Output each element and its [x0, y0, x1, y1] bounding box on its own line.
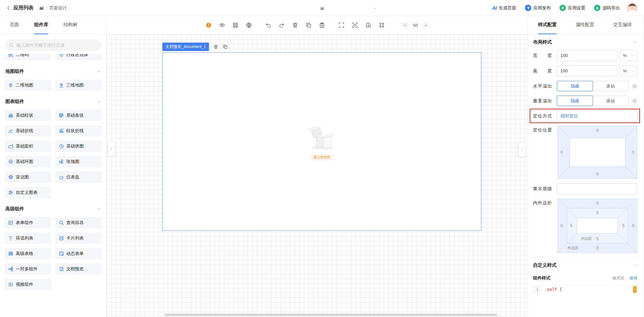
artboard-icon[interactable] — [379, 22, 385, 28]
tab-pages[interactable]: 页面 — [10, 16, 19, 34]
height-input[interactable] — [557, 65, 618, 76]
margin-bottom-value[interactable]: 0 — [596, 246, 599, 251]
save-button[interactable]: 保存 — [629, 275, 637, 281]
delete-icon[interactable] — [213, 44, 218, 49]
height-unit-select[interactable]: % — [620, 65, 637, 76]
component-item-label: 基础面积 — [16, 143, 33, 149]
position-bottom-value[interactable]: 0 — [596, 172, 599, 176]
margin-left-value[interactable]: 0 — [560, 223, 563, 228]
z-index-input[interactable] — [557, 183, 637, 194]
redo-icon[interactable] — [279, 22, 285, 28]
component-item[interactable]: 二维地图 — [5, 80, 51, 91]
component-item[interactable]: 卡片列表 — [55, 232, 102, 244]
save-icon[interactable] — [232, 22, 238, 28]
info-icon[interactable] — [632, 84, 637, 89]
margin-right-value[interactable]: 0 — [632, 223, 634, 228]
margin-top-value[interactable]: 0 — [596, 201, 599, 206]
delete-icon[interactable] — [292, 22, 298, 28]
h-overflow-scroll-option[interactable]: 滚动 — [593, 81, 628, 91]
code-content[interactable]: .self { — [542, 285, 562, 294]
position-box-control[interactable]: 0 0 0 0 — [557, 126, 637, 179]
layout-style-section-header[interactable]: 布局样式 — [533, 35, 637, 50]
back-icon[interactable] — [6, 6, 11, 10]
component-item[interactable]: 二维码 — [5, 54, 51, 60]
doc-preview-component[interactable]: 请上传文件 — [162, 52, 481, 231]
component-item[interactable]: 基础柱状 — [5, 110, 51, 121]
positioning-select[interactable]: 相对定位 — [557, 110, 637, 121]
app-publish-button[interactable]: 应用发布 — [525, 5, 551, 11]
component-item[interactable]: 雷达图 — [5, 171, 51, 183]
export-image-icon[interactable] — [365, 22, 371, 28]
component-item[interactable]: 表单组件 — [5, 217, 51, 228]
preview-icon[interactable] — [219, 22, 225, 28]
upload-file-link[interactable]: 请上传文件 — [311, 154, 333, 160]
component-item[interactable]: 基础面积 — [5, 141, 51, 152]
v-overflow-scroll-option[interactable]: 滚动 — [593, 96, 628, 106]
component-item[interactable]: 自定义图表 — [5, 187, 51, 198]
undo-icon[interactable] — [265, 22, 271, 28]
fullscreen-icon[interactable] — [338, 22, 344, 28]
component-item[interactable]: 行政区选择 — [55, 54, 102, 60]
tab-property-config[interactable]: 属性配置 — [576, 16, 594, 34]
tab-structure-tree[interactable]: 结构树 — [63, 16, 77, 34]
component-item[interactable]: 基础环图 — [5, 156, 51, 167]
component-item[interactable]: 筛选列表 — [5, 232, 51, 244]
component-item[interactable]: 仪表盘 — [55, 171, 102, 183]
code-export-button[interactable]: 源码导出 — [594, 5, 620, 11]
component-item[interactable]: 高级表格 — [5, 248, 51, 259]
section-header[interactable]: 图表组件 — [0, 94, 106, 109]
warning-icon[interactable] — [206, 22, 212, 28]
breadcrumb-app-list[interactable]: 应用列表 — [13, 5, 34, 11]
margin-padding-control[interactable]: 0 0 0 0 5 5 5 5 内边距 外边距 — [557, 199, 637, 253]
copy-icon[interactable] — [223, 44, 228, 49]
component-item[interactable]: 文档预览 — [55, 263, 102, 275]
tab-interaction-config[interactable]: 交互编排 — [613, 16, 632, 34]
collapse-right-panel-button[interactable] — [519, 143, 525, 157]
section-header[interactable]: 地图组件 — [0, 64, 106, 79]
zoom-in-button[interactable]: + — [423, 22, 429, 28]
collapse-left-panel-button[interactable] — [108, 142, 115, 156]
paste-icon[interactable] — [319, 22, 325, 28]
component-item[interactable]: 视频组件 — [5, 279, 51, 290]
horizontal-scrollbar[interactable] — [164, 314, 497, 316]
design-canvas[interactable]: 文档预览_document_1 请上传文件 — [107, 35, 528, 317]
padding-left-value[interactable]: 5 — [570, 223, 573, 228]
css-code-editor[interactable]: 1 .self { — [533, 285, 637, 294]
panel-scrollbar[interactable] — [642, 16, 644, 317]
copy-icon[interactable] — [306, 22, 312, 28]
position-top-value[interactable]: 0 — [596, 128, 599, 133]
avatar[interactable] — [627, 2, 638, 14]
position-left-value[interactable]: 0 — [560, 150, 563, 155]
generate-page-button[interactable]: AI生成页面 — [492, 5, 516, 11]
component-item[interactable]: 一对多组件 — [5, 263, 51, 275]
padding-top-value[interactable]: 5 — [596, 210, 599, 215]
padding-right-value[interactable]: 5 — [622, 223, 625, 228]
component-item[interactable]: 动态表单 — [55, 248, 102, 259]
position-right-value[interactable]: 0 — [632, 150, 634, 155]
component-item[interactable]: 基础折线 — [5, 125, 51, 137]
width-unit-select[interactable]: % — [620, 50, 637, 61]
info-icon[interactable] — [632, 98, 637, 104]
globe-icon[interactable] — [246, 22, 252, 28]
page-selector[interactable]: ai — [265, 3, 379, 13]
section-header[interactable]: 高级组件 — [0, 202, 106, 216]
component-item[interactable]: 基础饼图 — [55, 141, 102, 152]
tab-component-library[interactable]: 组件库 — [34, 16, 48, 34]
app-settings-button[interactable]: 应用设置 — [559, 5, 585, 11]
h-overflow-hide-option[interactable]: 隐藏 — [557, 81, 593, 91]
search-input[interactable] — [16, 43, 98, 48]
component-item[interactable]: 玫瑰图 — [55, 156, 102, 167]
format-button[interactable]: 格式化 — [612, 275, 625, 281]
component-item-label: 视频组件 — [16, 281, 33, 287]
component-item[interactable]: 柱状折线 — [55, 125, 102, 137]
v-overflow-hide-option[interactable]: 隐藏 — [557, 96, 593, 106]
component-item[interactable]: 基础条状 — [55, 110, 102, 121]
custom-style-section-header[interactable]: 自定义样式 — [533, 258, 637, 273]
fit-view-icon[interactable] — [352, 22, 358, 28]
padding-bottom-value[interactable]: 5 — [596, 236, 599, 241]
zoom-out-button[interactable]: − — [402, 22, 408, 28]
component-item[interactable]: 查询容器 — [55, 217, 102, 228]
component-item[interactable]: 三维地图 — [55, 80, 102, 91]
tab-style-config[interactable]: 样式配置 — [538, 16, 557, 34]
width-input[interactable] — [557, 50, 618, 61]
